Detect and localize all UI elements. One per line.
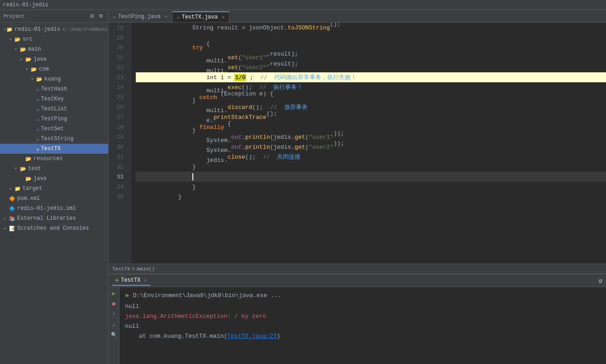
java-icon: ☕: [113, 14, 116, 19]
tab-testtx[interactable]: ☕ TestTX.java ✕: [172, 11, 229, 22]
sidebar-settings-btn[interactable]: ⚙: [97, 12, 105, 20]
code-line-24: multi.exec(); // 执行事务！: [136, 82, 606, 92]
sidebar-item-iml[interactable]: 🔷 redis-01-jedis.iml: [0, 203, 108, 213]
breadcrumb: TestTX > main(): [109, 264, 606, 274]
sidebar-item-main[interactable]: ▾ 📂 main: [0, 44, 108, 54]
code-content[interactable]: String result = jsonObject.toJSONString(…: [131, 23, 606, 264]
bottom-panel-header: ▶ TestTX ✕ ⚙: [109, 274, 606, 287]
breadcrumb-sep: >: [132, 266, 135, 272]
sidebar-header: Project ⊟ ⚙: [0, 10, 108, 23]
bottom-close-btn[interactable]: ✕: [144, 278, 147, 283]
sidebar-item-external-libs[interactable]: ▸ 📚 External Libraries: [0, 213, 108, 223]
sidebar-item-test[interactable]: ▾ 📂 test: [0, 164, 108, 174]
bottom-main: ▶ ■ ↑ ↓ 🔍 ▶ D:\Environment\Java8\jdk8\bi…: [109, 287, 606, 364]
sidebar-title: Project: [4, 14, 24, 19]
stack-trace-link[interactable]: TestTX.java:23: [227, 333, 277, 340]
run-icon: ▶: [116, 277, 119, 284]
code-line-27: e.printStackTrace();: [136, 112, 606, 122]
code-line-34: }: [136, 182, 606, 192]
close-testtx[interactable]: ✕: [222, 14, 224, 20]
sidebar-item-teststring[interactable]: ☕ TestString: [0, 134, 108, 144]
sidebar-item-testping[interactable]: ☕ TestPing: [0, 114, 108, 124]
sidebar-item-testlist[interactable]: ☕ TestList: [0, 104, 108, 114]
sidebar-item-java2[interactable]: 📂 java: [0, 174, 108, 184]
close-testping[interactable]: ✕: [165, 14, 167, 19]
scroll-up-icon[interactable]: ↑: [111, 310, 117, 319]
filter-icon[interactable]: 🔍: [110, 331, 118, 339]
sidebar-collapse-btn[interactable]: ⊟: [89, 12, 95, 20]
line-numbers: 18 19 20 21 22 23 24 25 26 27 28 29 30 3…: [109, 23, 131, 264]
breadcrumb-main[interactable]: main(): [137, 266, 155, 272]
stop-icon[interactable]: ■: [111, 300, 117, 308]
code-container[interactable]: 18 19 20 21 22 23 24 25 26 27 28 29 30 3…: [109, 23, 606, 264]
code-line-33[interactable]: [136, 172, 606, 182]
code-line-18: String result = jsonObject.toJSONString(…: [136, 23, 606, 33]
console-line-2: null: [125, 302, 601, 312]
editor-area: 18 19 20 21 22 23 24 25 26 27 28 29 30 3…: [109, 23, 606, 364]
console-line-5: at com.kuang.TestTX.main(TestTX.java:23): [125, 331, 601, 341]
run-indicator: ▶: [125, 290, 130, 302]
sidebar-item-kuang[interactable]: ▾ 📂 kuang: [0, 74, 108, 84]
settings-icon[interactable]: ⚙: [599, 277, 602, 285]
sidebar-item-pom[interactable]: 🔶 pom.xml: [0, 194, 108, 203]
sidebar-item-scratches[interactable]: ▸ 📝 Scratches and Consoles: [0, 223, 108, 233]
sidebar-item-java[interactable]: ▾ 📂 java: [0, 54, 108, 64]
sidebar-item-testhash[interactable]: ☕ TestHash: [0, 84, 108, 94]
tab-bar: ☕ TestPing.java ✕ ☕ TestTX.java ✕: [109, 10, 606, 23]
console-side-icons: ▶ ■ ↑ ↓ 🔍: [109, 287, 119, 364]
console-line-3: java.lang.ArithmeticException: / by zero: [125, 312, 601, 321]
code-line-32: }: [136, 162, 606, 172]
sidebar-item-target[interactable]: ▸ 📁 target: [0, 184, 108, 194]
right-panel: ☕ TestPing.java ✕ ☕ TestTX.java ✕ 18 19 …: [109, 10, 606, 364]
sidebar: Project ⊟ ⚙ ▾ 📁 redis-01-jedis C:\Users\…: [0, 10, 109, 364]
tab-testping[interactable]: ☕ TestPing.java ✕: [109, 11, 172, 22]
console-line-1: ▶ D:\Environment\Java8\jdk8\bin\java.exe…: [125, 290, 601, 302]
file-tree: ▾ 📁 redis-01-jedis C:\Users\Administrato…: [0, 23, 108, 364]
sidebar-item-redis[interactable]: ▾ 📁 redis-01-jedis C:\Users\Administrato…: [0, 24, 108, 34]
bottom-panel: ▶ TestTX ✕ ⚙ ▶ ■ ↑ ↓ 🔍: [109, 274, 606, 364]
top-bar: redis-01-jedis: [0, 0, 606, 10]
code-line-35: }: [136, 192, 606, 202]
code-line-31: jedis.close(); // 关闭连接: [136, 152, 606, 162]
sidebar-item-testtx[interactable]: ☕ TestTX: [0, 144, 108, 154]
sidebar-item-com[interactable]: ▾ 📂 com: [0, 64, 108, 74]
sidebar-item-src[interactable]: ▾ 📂 src: [0, 34, 108, 44]
sidebar-item-testkey[interactable]: ☕ TestKey: [0, 94, 108, 104]
scroll-down-icon[interactable]: ↓: [111, 321, 117, 329]
breadcrumb-testtx[interactable]: TestTX: [112, 266, 130, 272]
rerun-icon[interactable]: ▶: [111, 289, 117, 298]
console-line-4: null: [125, 321, 601, 331]
sidebar-item-resources[interactable]: 📂 resources: [0, 154, 108, 164]
console-output: ▶ D:\Environment\Java8\jdk8\bin\java.exe…: [119, 287, 606, 364]
bottom-tab-testtx[interactable]: ▶ TestTX ✕: [112, 276, 150, 286]
java-icon2: ☕: [177, 14, 180, 20]
sidebar-item-testset[interactable]: ☕ TestSet: [0, 124, 108, 134]
app-title: redis-01-jedis: [3, 2, 48, 8]
